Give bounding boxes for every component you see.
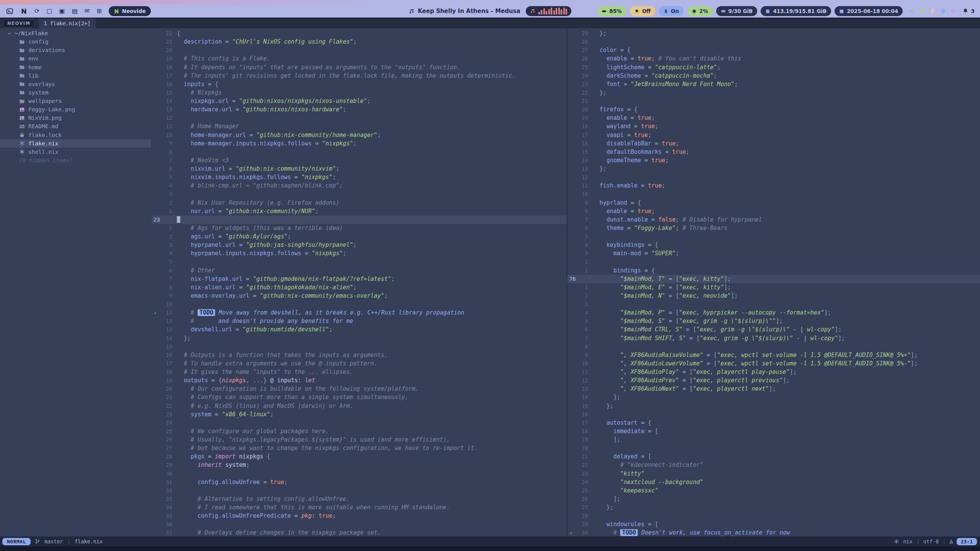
code-line[interactable]: 28 pkgs = import nixpkgs { [152, 452, 567, 461]
tree-item-flake.nix[interactable]: flake.nix [0, 139, 151, 148]
code-line[interactable]: 8 [567, 342, 980, 351]
code-line[interactable]: 18 # It depends on "inputs" that are pas… [152, 63, 567, 72]
mail-icon[interactable]: ✉ [85, 8, 90, 14]
code-line[interactable]: 27 color = { [567, 46, 980, 54]
keepassxc-tray-icon[interactable] [919, 8, 925, 14]
code-line[interactable]: 26 enable = true; # You can't disable th… [567, 54, 980, 63]
monitor-icon[interactable]: ▤ [72, 8, 78, 14]
code-line[interactable]: 5 [567, 232, 980, 241]
tree-item-README.md[interactable]: README.md [0, 122, 151, 130]
code-line[interactable]: 7 dunst.enable = false; # Disable for hy… [567, 215, 980, 224]
code-line[interactable]: 31 config.allowUnfree = true; [152, 478, 567, 486]
code-line[interactable]: 22 # "kdeconnect-indicator" [567, 461, 980, 469]
code-line[interactable]: 24 [152, 419, 567, 427]
code-line[interactable]: 12 [152, 114, 567, 122]
code-line[interactable]: 18 wayland = true; [567, 122, 980, 130]
window-icon[interactable]: ▢ [46, 8, 52, 14]
code-line[interactable]: 1 "$mainMod, E" = ["exec, kitty"]; [567, 283, 980, 292]
code-line[interactable]: 4 keybindings = { [567, 241, 980, 249]
code-line[interactable]: 3 [567, 300, 980, 308]
code-line[interactable]: 24 darkScheme = "catppuccin-mocha"; [567, 72, 980, 80]
code-line[interactable]: 10 ", XF86AudioLowerVolume" = ["exec, wp… [567, 359, 980, 368]
focused-window-pill[interactable]: Neovide [109, 6, 151, 16]
code-line[interactable]: 29 inherit system; [152, 461, 567, 469]
tree-item-Foggy-Lake.png[interactable]: Foggy-Lake.png [0, 105, 151, 114]
code-line[interactable]: 10 home-manager.url = "github:nix-commun… [152, 131, 567, 139]
tree-item-NixVim.png[interactable]: NixVim.png [0, 114, 151, 122]
layers-icon[interactable]: ▣ [59, 8, 65, 14]
code-line[interactable]: 9 home-manager.inputs.nixpkgs.follows = … [152, 139, 567, 148]
code-line[interactable]: 14 }; [152, 334, 567, 342]
code-line[interactable]: 35 config.allowUnfreePredicate = pkg: tr… [152, 512, 567, 520]
code-line[interactable]: 3 [152, 190, 567, 198]
code-line[interactable]: 17 # To handle extra arguments we use th… [152, 359, 567, 368]
code-line[interactable]: 28 [567, 512, 980, 520]
tree-item-derivations[interactable]: derivations [0, 46, 151, 54]
code-line[interactable]: 5 [152, 258, 567, 266]
disk-pill[interactable]: 413.19/915.81 GiB [761, 6, 831, 16]
code-line[interactable]: 5 nixvim.inputs.nixpkgs.follows = "nixpk… [152, 173, 567, 181]
code-line[interactable]: 1 bindings = { [567, 266, 980, 275]
code-line[interactable]: 6 "$mainMod CTRL, S" = ["exec, grim -g \… [567, 325, 980, 334]
code-line[interactable]: 16 # Outputs is a function that takes th… [152, 351, 567, 359]
code-line[interactable]: 13 }; [567, 165, 980, 173]
code-line[interactable]: 27 # but because we want to change the n… [152, 444, 567, 452]
code-line[interactable]: 10 [567, 190, 980, 198]
code-line[interactable]: 25 lightScheme = "catppuccin-latte"; [567, 63, 980, 72]
battery-pill[interactable]: 85% [597, 6, 626, 16]
code-line[interactable]: 6 nixvim.url = "github:nix-community/nix… [152, 165, 567, 173]
code-line[interactable]: 19 outputs = {nixpkgs, ...} @ inputs: le… [152, 376, 567, 385]
tree-item-home[interactable]: home [0, 63, 151, 72]
code-line[interactable]: 18 # It gives the name "inputs" to the .… [152, 368, 567, 376]
code-line[interactable]: 13 devshell.url = "github:numtide/devshe… [152, 325, 567, 334]
code-line[interactable]: 29 windowrules = [ [567, 520, 980, 528]
code-line[interactable]: 2 [567, 258, 980, 266]
code-line[interactable]: 33 # Alternative to setting config.allow… [152, 495, 567, 503]
code-line[interactable]: 2 ags.url = "github:Aylur/ags"; [152, 232, 567, 241]
clock-pill[interactable]: 2025-06-18 00:04 [835, 6, 903, 16]
code-line[interactable]: 16 inputs = { [152, 80, 567, 88]
tree-item-wallpapers[interactable]: wallpapers [0, 97, 151, 105]
memory-pill[interactable]: 9/30 GiB [716, 6, 758, 16]
code-line[interactable]: 23 [152, 215, 567, 224]
code-line[interactable]: 2 # Nix User Repository (e.g. Firefox ad… [152, 199, 567, 207]
code-line[interactable]: 28 [567, 37, 980, 46]
tree-item-lib[interactable]: lib [0, 72, 151, 80]
code-line[interactable]: 12 [567, 173, 980, 181]
code-line[interactable]: 17 autostart = { [567, 419, 980, 427]
tree-item-env[interactable]: env [0, 54, 151, 63]
code-line[interactable]: 22 }; [567, 88, 980, 97]
nextcloud-tray-icon[interactable] [909, 8, 915, 14]
code-line[interactable]: 6 # Other [152, 266, 567, 275]
code-line[interactable]: 12 # and doesn't provide any benefits fo… [152, 317, 567, 325]
code-line[interactable]: 26 ]; [567, 495, 980, 503]
code-line[interactable]: 36 [152, 520, 567, 528]
code-line[interactable]: 16 [567, 410, 980, 419]
cpu-pill[interactable]: 2% [687, 6, 713, 16]
code-line[interactable]: 7 nix-flatpak.url = "github:gmodena/nix-… [152, 275, 567, 283]
code-line[interactable]: 34 # I read somewhere that this is more … [152, 503, 567, 512]
audio-visualizer[interactable] [526, 6, 572, 16]
code-line[interactable]: 2 "$mainMod, N" = ["exec, neovide"]; [567, 292, 980, 300]
code-line[interactable]: 21 [567, 97, 980, 105]
code-line[interactable]: 17 # The inputs' git revisions get locke… [152, 72, 567, 80]
code-line[interactable]: 7 "$mainMod SHIFT, S" = ["exec, grim -g … [567, 334, 980, 342]
code-line[interactable]: 15 }; [567, 402, 980, 410]
code-line[interactable]: 4 "$mainMod, P" = ["exec, hyprpicker --a… [567, 308, 980, 317]
code-line[interactable]: 5 "$mainMod, S" = ["exec, grim -g \"$(sl… [567, 317, 980, 325]
tree-item-config[interactable]: config [0, 37, 151, 46]
tab-flake-nix[interactable]: 1 flake.nix[2+] [39, 18, 96, 28]
code-line[interactable]: 11 # Home Manager [152, 122, 567, 130]
code-line[interactable]: 8 nix-alien.url = "github:thiagokokada/n… [152, 283, 567, 292]
code-line[interactable]: 6 theme = "Foggy-Lake"; # Three-Bears [567, 224, 980, 232]
code-line[interactable]: 3 main-mod = "SUPER"; [567, 249, 980, 258]
code-line[interactable]: 21 description = "ChUrl's NixOS config u… [152, 37, 567, 46]
code-line[interactable]: 23 "kitty" [567, 469, 980, 478]
tree-item-overlays[interactable]: overlays [0, 80, 151, 88]
code-line[interactable]: 22 # e.g. NixOS (linux) and MacOS (darwi… [152, 402, 567, 410]
code-line[interactable]: 25 # We configure our global packages he… [152, 427, 567, 435]
tree-root[interactable]: ~/NixFlake [0, 29, 151, 37]
code-line[interactable]: 21 # Configs can support more than a sin… [152, 393, 567, 401]
code-line[interactable]: 25 "keepassxc" [567, 486, 980, 495]
code-line[interactable]: 15 defaultBookmarks = true; [567, 148, 980, 156]
